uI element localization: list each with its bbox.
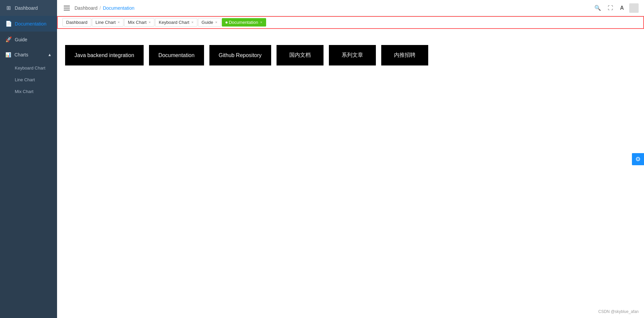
content-area: Java backend integration Documentation G… (57, 29, 644, 318)
sidebar-section-charts[interactable]: 📊 Charts ▲ (0, 47, 57, 62)
header-right: 🔍 ⛶ A (593, 3, 639, 13)
sidebar-item-mix-chart[interactable]: Mix Chart (0, 86, 57, 97)
sidebar-item-guide-label: Guide (15, 37, 27, 42)
font-size-icon[interactable]: A (618, 4, 625, 12)
cn-docs-button[interactable]: 国内文档 (277, 45, 324, 65)
tab-keyboard-chart[interactable]: Keyboard Chart × (155, 18, 197, 27)
tab-dashboard-label: Dashboard (66, 20, 88, 25)
tab-line-chart-label: Line Chart (96, 20, 116, 25)
guide-icon: 🚀 (5, 36, 11, 43)
tab-documentation-dot (226, 21, 228, 24)
breadcrumb-current: Documentation (103, 5, 134, 11)
quick-links-grid: Java backend integration Documentation G… (65, 40, 636, 71)
github-button[interactable]: Github Repository (209, 45, 271, 65)
tab-mix-chart-label: Mix Chart (128, 20, 147, 25)
gear-icon: ⚙ (635, 155, 641, 163)
sidebar: ⊞ Dashboard 📄 Documentation 🚀 Guide 📊 Ch… (0, 0, 57, 318)
tab-guide-close[interactable]: × (215, 20, 217, 24)
tab-dashboard[interactable]: Dashboard (62, 18, 91, 27)
tab-mix-chart[interactable]: Mix Chart × (124, 18, 154, 27)
sidebar-item-guide[interactable]: 🚀 Guide (0, 32, 57, 47)
sidebar-item-keyboard-chart[interactable]: Keyboard Chart (0, 62, 57, 74)
tab-guide[interactable]: Guide × (198, 18, 221, 27)
series-button[interactable]: 系列文章 (329, 45, 376, 65)
charts-icon: 📊 (5, 52, 11, 57)
recruitment-button[interactable]: 内推招聘 (381, 45, 428, 65)
charts-section-left: 📊 Charts (5, 52, 28, 57)
main-content: Dashboard / Documentation 🔍 ⛶ A Dashboar… (57, 0, 644, 318)
documentation-icon: 📄 (5, 20, 11, 27)
documentation-button[interactable]: Documentation (149, 45, 204, 65)
tab-line-chart-close[interactable]: × (118, 20, 120, 24)
charts-label: Charts (14, 52, 28, 57)
sidebar-item-dashboard-label: Dashboard (15, 5, 38, 11)
tab-documentation-label: Documentation (229, 20, 258, 25)
breadcrumb: Dashboard / Documentation (75, 5, 135, 11)
avatar[interactable] (629, 3, 639, 13)
header: Dashboard / Documentation 🔍 ⛶ A (57, 0, 644, 16)
sidebar-item-documentation[interactable]: 📄 Documentation (0, 16, 57, 32)
sidebar-item-dashboard[interactable]: ⊞ Dashboard (0, 0, 57, 16)
hamburger-button[interactable] (62, 4, 71, 12)
breadcrumb-home[interactable]: Dashboard (75, 5, 98, 11)
dashboard-icon: ⊞ (5, 5, 11, 11)
chevron-icon: ▲ (48, 52, 52, 57)
java-backend-button[interactable]: Java backend integration (65, 45, 144, 65)
tab-mix-chart-close[interactable]: × (149, 20, 151, 24)
footer-watermark: CSDN @skyblue_afan (598, 309, 639, 314)
settings-fab[interactable]: ⚙ (632, 153, 644, 165)
tab-keyboard-chart-label: Keyboard Chart (159, 20, 189, 25)
sidebar-item-line-chart[interactable]: Line Chart (0, 74, 57, 86)
tab-documentation[interactable]: Documentation × (222, 18, 266, 27)
tab-keyboard-chart-close[interactable]: × (191, 20, 193, 24)
header-left: Dashboard / Documentation (62, 4, 135, 12)
breadcrumb-separator: / (100, 5, 101, 11)
tab-line-chart[interactable]: Line Chart × (92, 18, 123, 27)
tab-documentation-close[interactable]: × (260, 20, 262, 24)
sidebar-item-documentation-label: Documentation (15, 21, 46, 27)
tab-bar: Dashboard Line Chart × Mix Chart × Keybo… (57, 16, 644, 29)
fullscreen-icon[interactable]: ⛶ (606, 4, 614, 12)
search-icon[interactable]: 🔍 (593, 3, 602, 12)
tab-guide-label: Guide (202, 20, 213, 25)
